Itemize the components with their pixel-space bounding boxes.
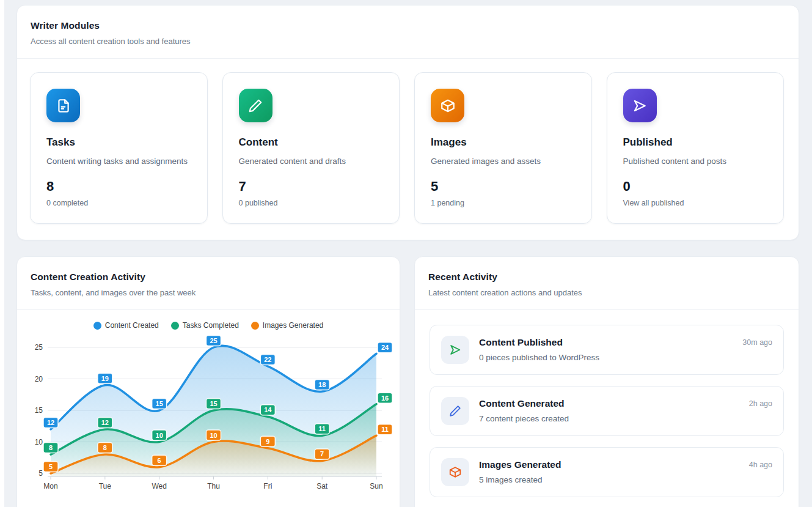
module-count: 8 [46, 179, 191, 194]
svg-text:14: 14 [264, 406, 272, 413]
activity-body: Images Generated 5 images created [479, 458, 739, 484]
module-description: Content writing tasks and assignments [46, 157, 191, 166]
svg-text:7: 7 [320, 450, 324, 457]
module-card-tasks[interactable]: Tasks Content writing tasks and assignme… [30, 72, 208, 224]
svg-text:10: 10 [35, 438, 43, 446]
activity-timestamp: 30m ago [742, 336, 772, 347]
send-icon [448, 343, 462, 357]
activity-title: Images Generated [479, 459, 739, 470]
dashboard-page: Writer Modules Access all content creati… [0, 0, 812, 507]
activity-icon-tile [441, 397, 469, 425]
module-count: 5 [431, 179, 576, 194]
activity-body: Content Generated 7 content pieces creat… [479, 397, 739, 423]
module-card-images[interactable]: Images Generated images and assets 5 1 p… [414, 72, 592, 224]
activity-title: Content Generated [479, 398, 739, 409]
divider [17, 309, 400, 310]
module-sublabel: 0 published [239, 199, 384, 207]
svg-text:15: 15 [35, 406, 43, 415]
svg-text:8: 8 [103, 444, 107, 451]
activity-icon-tile [441, 458, 469, 486]
svg-text:22: 22 [264, 356, 271, 363]
svg-text:10: 10 [210, 432, 217, 439]
svg-text:6: 6 [158, 457, 161, 464]
svg-text:11: 11 [381, 426, 389, 433]
module-sublabel: 1 pending [431, 199, 576, 207]
tasks-icon-tile [46, 89, 80, 122]
svg-text:Wed: Wed [152, 482, 166, 490]
svg-text:16: 16 [381, 394, 389, 402]
legend-dot [251, 322, 259, 330]
module-sublabel: 0 completed [46, 199, 191, 207]
chart-title: Content Creation Activity [31, 272, 385, 283]
module-title: Published [623, 136, 768, 149]
module-sublabel: View all published [623, 199, 768, 207]
activity-item-images-generated[interactable]: Images Generated 5 images created 4h ago [430, 447, 784, 497]
module-count: 7 [239, 179, 384, 194]
module-card-content[interactable]: Content Generated content and drafts 7 0… [222, 72, 400, 224]
svg-text:20: 20 [35, 375, 43, 383]
svg-text:Sat: Sat [316, 482, 328, 490]
module-title: Tasks [46, 136, 191, 149]
svg-text:Fri: Fri [263, 482, 272, 490]
svg-text:15: 15 [210, 400, 217, 407]
recent-activity-header: Recent Activity Latest content creation … [415, 257, 799, 309]
images-icon-tile [431, 89, 464, 122]
modules-grid: Tasks Content writing tasks and assignme… [17, 59, 799, 240]
module-count: 0 [623, 179, 768, 194]
writer-modules-header: Writer Modules Access all content creati… [17, 6, 799, 58]
send-icon [632, 98, 648, 114]
content-creation-activity-panel: Content Creation Activity Tasks, content… [16, 256, 400, 507]
activity-list: Content Published 0 pieces published to … [415, 310, 799, 507]
recent-activity-subtitle: Latest content creation actions and upda… [428, 288, 784, 297]
svg-text:9: 9 [266, 438, 269, 445]
activity-line-chart: 510152025MonTueWedThuFriSatSun1219152522… [17, 333, 400, 507]
svg-text:8: 8 [49, 444, 53, 451]
legend-label: Images Generated [263, 321, 323, 330]
chart-header: Content Creation Activity Tasks, content… [17, 257, 400, 309]
pencil-icon [247, 98, 263, 114]
svg-text:Thu: Thu [207, 482, 220, 490]
chart-legend: Content Created Tasks Completed Images G… [17, 321, 400, 330]
cube-icon [448, 465, 462, 479]
main-content: Writer Modules Access all content creati… [16, 5, 799, 507]
svg-text:24: 24 [381, 344, 389, 351]
activity-description: 0 pieces published to WordPress [479, 353, 733, 362]
published-icon-tile [623, 89, 657, 122]
legend-item-tasks-completed[interactable]: Tasks Completed [171, 321, 239, 330]
section-subtitle: Access all content creation tools and fe… [31, 37, 784, 46]
recent-activity-title: Recent Activity [428, 272, 784, 283]
legend-item-content-created[interactable]: Content Created [93, 321, 159, 330]
writer-modules-section: Writer Modules Access all content creati… [16, 5, 799, 240]
svg-text:19: 19 [101, 375, 109, 382]
legend-dot [171, 322, 179, 330]
svg-text:15: 15 [156, 400, 163, 407]
legend-label: Tasks Completed [183, 321, 239, 330]
activity-item-content-generated[interactable]: Content Generated 7 content pieces creat… [430, 386, 784, 436]
module-title: Images [431, 136, 576, 149]
svg-text:Tue: Tue [99, 482, 112, 490]
legend-dot [93, 322, 101, 330]
svg-text:18: 18 [318, 381, 326, 388]
svg-text:12: 12 [47, 419, 54, 426]
section-title: Writer Modules [31, 20, 784, 31]
svg-text:25: 25 [35, 343, 43, 352]
activity-body: Content Published 0 pieces published to … [479, 336, 733, 362]
module-title: Content [239, 136, 384, 149]
content-icon-tile [239, 89, 272, 122]
left-edge-strip [0, 0, 4, 507]
file-icon [56, 98, 71, 114]
svg-text:Mon: Mon [43, 482, 57, 490]
module-description: Generated images and assets [431, 157, 576, 166]
bottom-row: Content Creation Activity Tasks, content… [16, 256, 799, 507]
activity-timestamp: 4h ago [749, 458, 772, 469]
module-description: Generated content and drafts [239, 157, 384, 166]
legend-item-images-generated[interactable]: Images Generated [251, 321, 323, 330]
activity-title: Content Published [479, 337, 733, 348]
activity-item-content-published[interactable]: Content Published 0 pieces published to … [430, 325, 784, 375]
legend-label: Content Created [105, 321, 159, 330]
module-card-published[interactable]: Published Published content and posts 0 … [607, 72, 785, 224]
cube-icon [440, 98, 456, 114]
activity-timestamp: 2h ago [749, 397, 772, 408]
svg-text:5: 5 [49, 463, 53, 470]
activity-icon-tile [441, 336, 469, 364]
